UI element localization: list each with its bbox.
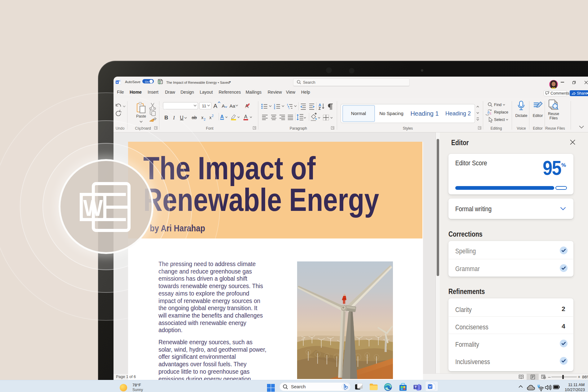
svg-text:Files: Files xyxy=(550,116,558,120)
svg-text:x: x xyxy=(201,115,203,120)
svg-text:No Spacing: No Spacing xyxy=(379,111,403,116)
svg-text:Find: Find xyxy=(494,103,501,107)
svg-text:U: U xyxy=(180,115,184,120)
svg-text:2: 2 xyxy=(204,118,206,121)
svg-text:Z: Z xyxy=(318,106,321,111)
svg-text:Editor: Editor xyxy=(533,126,542,131)
svg-text:Aa: Aa xyxy=(229,103,235,109)
svg-text:A: A xyxy=(220,114,224,119)
svg-text:Reuse: Reuse xyxy=(548,112,559,116)
svg-text:Heading 1: Heading 1 xyxy=(410,110,439,117)
svg-text:Styles: Styles xyxy=(403,126,413,131)
svg-text:x: x xyxy=(209,115,212,120)
svg-text:c: c xyxy=(490,111,492,115)
svg-text:b: b xyxy=(488,110,489,114)
svg-text:2: 2 xyxy=(212,114,214,118)
svg-text:11: 11 xyxy=(202,104,206,108)
svg-text:ab: ab xyxy=(192,115,197,120)
svg-text:Heading 2: Heading 2 xyxy=(445,110,471,117)
svg-text:Replace: Replace xyxy=(494,110,508,114)
svg-text:Voice: Voice xyxy=(517,126,526,131)
svg-text:A: A xyxy=(244,114,247,119)
svg-text:i: i xyxy=(289,107,289,109)
svg-text:3: 3 xyxy=(274,107,275,110)
svg-text:Editor: Editor xyxy=(533,114,543,118)
svg-text:A: A xyxy=(213,103,217,109)
svg-text:Select: Select xyxy=(494,118,505,122)
svg-text:A: A xyxy=(222,103,225,109)
svg-text:Editing: Editing xyxy=(491,126,502,131)
svg-text:Normal: Normal xyxy=(351,111,366,116)
svg-text:Paragraph: Paragraph xyxy=(290,126,307,131)
svg-text:W: W xyxy=(83,195,103,221)
svg-text:Dictate: Dictate xyxy=(515,114,528,118)
svg-text:Font: Font xyxy=(206,126,214,131)
svg-text:Reuse Files: Reuse Files xyxy=(545,126,565,131)
